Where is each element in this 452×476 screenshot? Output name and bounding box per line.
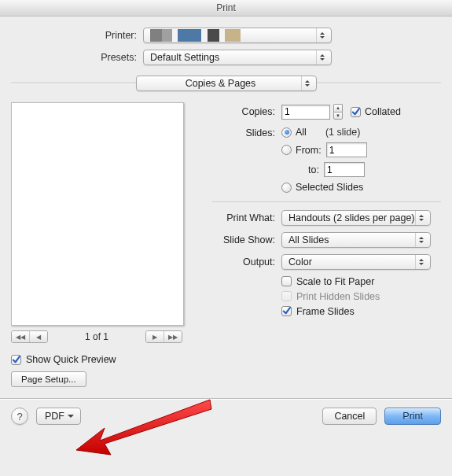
collated-checkbox[interactable] [351,107,361,117]
page-setup-label: Page Setup... [21,375,76,384]
scale-to-fit-label: Scale to Fit Paper [296,276,374,287]
slides-row: Slides: All (1 slide) From: [212,126,441,195]
print-hidden-label: Print Hidden Slides [296,291,380,302]
slide-show-label: Slide Show: [212,234,281,245]
printer-select[interactable] [143,28,332,43]
pdf-button-label: PDF [45,411,64,422]
stepper-up-icon: ▲ [333,104,343,112]
show-quick-preview-row: Show Quick Preview [11,354,200,365]
print-hidden-row: Print Hidden Slides [281,291,441,302]
pager-last-button[interactable]: ▶▶ [164,331,182,342]
pager-next-button[interactable]: ▶ [146,331,164,342]
window-title: Print [0,0,452,17]
options-pane: Copies: ▲ ▼ Collated Slides: [212,102,441,387]
output-row: Output: Color [212,254,441,270]
page-setup-button[interactable]: Page Setup... [11,371,86,387]
frame-slides-row: Frame Slides [281,306,441,317]
cancel-button-label: Cancel [334,411,365,422]
slide-count-hint: (1 slide) [325,127,360,138]
slides-to-input[interactable] [324,162,365,177]
print-what-value: Handouts (2 slides per page) [288,212,415,223]
slide-show-select[interactable]: All Slides [281,232,431,248]
page-indicator: 1 of 1 [85,331,108,342]
print-section-value: Copies & Pages [186,78,256,89]
print-hidden-checkbox [281,291,292,301]
scale-to-fit-checkbox[interactable] [281,276,292,286]
slides-all-label: All [296,127,307,138]
printer-label: Printer: [11,30,143,41]
copies-row: Copies: ▲ ▼ Collated [212,104,441,120]
scale-to-fit-row: Scale to Fit Paper [281,276,441,287]
frame-slides-checkbox[interactable] [281,306,292,316]
pdf-menu-button[interactable]: PDF [36,408,81,425]
help-button[interactable]: ? [11,408,28,425]
slides-selected-radio[interactable] [281,183,292,193]
footer: ? PDF Cancel Print [0,400,452,433]
presets-label: Presets: [11,52,143,63]
print-dialog: Print Printer: Presets: [0,0,452,476]
updown-arrows-icon [415,255,427,269]
presets-select[interactable]: Default Settings [143,50,332,65]
slides-selected-label: Selected Slides [296,182,363,193]
help-icon: ? [17,411,22,422]
section-divider: Copies & Pages [11,75,441,91]
preview-pager: ◀◀ ◀ 1 of 1 ▶ ▶▶ [11,330,182,343]
presets-row: Presets: Default Settings [11,50,441,65]
updown-arrows-icon [415,211,427,225]
updown-arrows-icon [316,50,328,65]
printer-name-redacted [150,29,248,42]
options-divider [212,201,441,202]
updown-arrows-icon [316,28,328,42]
dialog-content: Printer: Presets: Default Settings [0,17,452,387]
output-value: Color [288,256,312,268]
printer-row: Printer: [11,28,441,43]
pager-back-group: ◀◀ ◀ [11,330,48,343]
collated-label: Collated [365,106,401,117]
show-quick-preview-checkbox[interactable] [11,355,21,365]
preview-page [11,102,184,326]
slide-show-value: All Slides [288,234,329,245]
print-button[interactable]: Print [384,408,441,425]
chevron-down-icon [68,415,74,421]
updown-arrows-icon [415,233,427,247]
print-what-row: Print What: Handouts (2 slides per page) [212,210,441,226]
slides-from-input[interactable] [326,142,367,157]
presets-value: Default Settings [150,52,219,63]
copies-input[interactable] [281,105,330,120]
main-body: ◀◀ ◀ 1 of 1 ▶ ▶▶ Show Quick Preview [11,102,441,387]
pager-forward-group: ▶ ▶▶ [145,330,182,343]
print-what-label: Print What: [212,212,281,223]
print-button-label: Print [402,411,423,422]
print-section-select[interactable]: Copies & Pages [136,76,317,91]
stepper-down-icon: ▼ [333,112,343,120]
slides-all-radio[interactable] [281,127,292,138]
slides-from-radio[interactable] [281,145,292,155]
slides-to-label: to: [308,164,319,175]
frame-slides-label: Frame Slides [296,306,355,317]
show-quick-preview-label: Show Quick Preview [26,354,116,365]
output-label: Output: [212,256,281,268]
cancel-button[interactable]: Cancel [322,408,377,425]
print-what-select[interactable]: Handouts (2 slides per page) [281,210,431,226]
slide-show-row: Slide Show: All Slides [212,232,441,248]
output-select[interactable]: Color [281,254,431,270]
copies-label: Copies: [212,106,281,117]
slides-from-label: From: [296,145,322,156]
preview-pane: ◀◀ ◀ 1 of 1 ▶ ▶▶ Show Quick Preview [11,102,200,387]
pager-prev-button[interactable]: ◀ [30,331,47,342]
updown-arrows-icon [301,76,313,90]
pager-first-button[interactable]: ◀◀ [12,331,30,342]
slides-label: Slides: [212,126,281,138]
copies-stepper[interactable]: ▲ ▼ [333,104,343,120]
